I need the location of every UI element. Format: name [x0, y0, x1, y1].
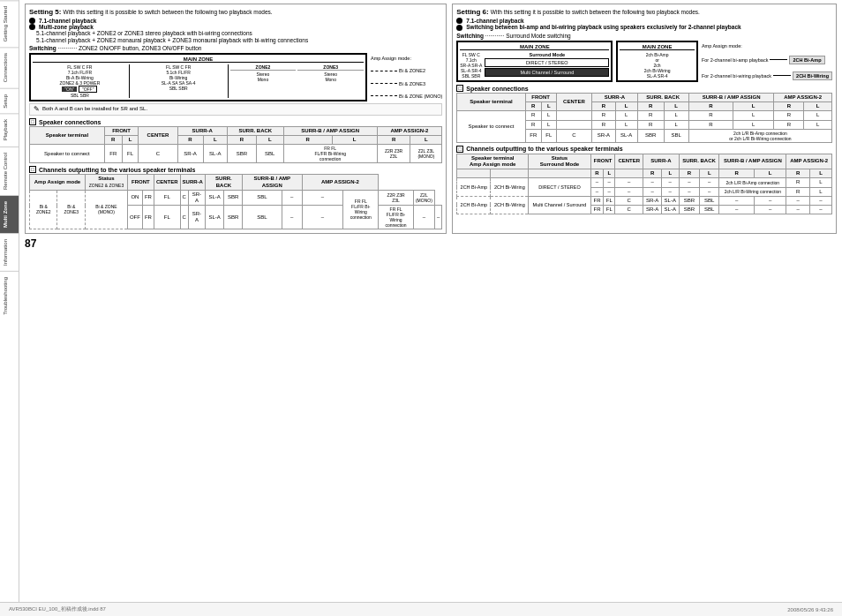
setting6-channels-title: Channels outputting to the various speak…: [466, 146, 622, 152]
sidebar-tab-information[interactable]: Information: [0, 233, 19, 271]
ch-header-row: Amp Assign mode StatusZONE2 & ZONE3 FRON…: [30, 175, 442, 190]
checkbox-icon-1: □: [29, 118, 36, 125]
s6-l-7: L: [615, 120, 637, 129]
setting5-modes: 7.1-channel playback Multi-zone playback…: [29, 18, 442, 43]
setting5-channels-table: Amp Assign mode StatusZONE2 & ZONE3 FRON…: [29, 174, 442, 229]
setting5-mode1: 7.1-channel playback: [29, 18, 442, 24]
zone2-mono: Mono: [230, 77, 297, 82]
amp-assign-labels: Amp Assign mode: Bi & ZONE2 Bi & ZONE3 B…: [371, 53, 442, 101]
s6c-d14: –: [700, 187, 719, 196]
bottom-right: 2008/05/26 9:43:26: [787, 607, 833, 612]
setting5-speaker-section: □ Speaker connections: [29, 118, 442, 125]
s6-l-8: L: [664, 120, 688, 129]
td-sbl-on: SBL: [242, 190, 282, 205]
page-number: 87: [25, 237, 837, 250]
s6-r-9: R: [688, 120, 733, 129]
for-2ch-biwiring-label: For 2-channel bi-wiring playback: [702, 73, 771, 79]
td-label: Speaker to connect: [30, 145, 105, 163]
ch-th-surrback: SURR. BACK: [205, 175, 242, 190]
s6c-d11: –: [643, 187, 662, 196]
s6c-front: FRONT: [590, 154, 615, 169]
s6-r-6: R: [525, 120, 541, 129]
ch-th-front: FRONT: [127, 175, 154, 190]
ch-th-surrb: SURR-B / AMP ASSIGN: [242, 175, 302, 190]
s6c-surra: SURR-A: [643, 154, 679, 169]
line2: [773, 75, 791, 76]
sidebar-tab-remote[interactable]: Remote Control: [0, 146, 19, 195]
td-z2l-on: Z2L(MONO): [413, 190, 434, 205]
line1: [770, 59, 787, 60]
sidebar-tab-troubleshooting[interactable]: Troubleshooting: [0, 271, 19, 320]
s6c-d12: –: [661, 187, 679, 196]
setting6-main-zone2: MAIN ZONE 2ch Bi-Amp or 2ch 2ch Bi-Wirin…: [616, 41, 698, 82]
s6c-biamp-conn: 2ch L/R Bi-Amp connection: [719, 178, 786, 187]
th-surr-a: SURR-A: [177, 127, 227, 136]
th-r5: R: [377, 136, 410, 145]
td-dash-off2: –: [302, 206, 343, 229]
setting6-modes: 7.1-channel playback Switching between b…: [456, 18, 832, 31]
for-2ch-biwiring: For 2-channel bi-wiring playback 2CH Bi-…: [702, 71, 832, 80]
s6-l-5: L: [804, 111, 832, 120]
setting6-description: With this setting it is possible to swit…: [491, 9, 700, 15]
bi-zone2-label: Bi & ZONE2: [371, 68, 442, 73]
td-sbr-on: SBR: [224, 190, 243, 205]
s6c-r2: R: [643, 169, 662, 178]
s6c-r4: R: [719, 169, 754, 178]
sidebar-tab-multizone[interactable]: Multi Zone: [0, 195, 19, 233]
main-zone-title: MAIN ZONE: [33, 56, 364, 63]
setting5-switching: Switching ············ ZONE2 ON/OFF butt…: [29, 45, 442, 51]
setting6-amp-title: Amp Assign mode:: [702, 43, 832, 49]
s6c-l4: L: [754, 169, 786, 178]
td-on: ON: [127, 190, 142, 205]
s6c-d7: –: [700, 178, 719, 187]
s6-th-terminal: Speaker terminal: [457, 94, 525, 111]
mode-2ch-biwiring: 2CH Bi-Wiring: [793, 71, 832, 80]
s6c-sra2: SR-A: [643, 196, 662, 205]
td-dash-off1: –: [282, 206, 302, 229]
setting6-diagram: MAIN ZONE FL SW C 7.1ch SR-A SR-ASL-A SR…: [456, 41, 832, 82]
s6c-sbl2: SBL: [700, 196, 719, 205]
s6-sla: SL-A: [615, 129, 637, 142]
s6-sbl: SBL: [664, 129, 688, 142]
sidebar-tab-getting-started[interactable]: Getting Started: [0, 0, 19, 47]
s6c-d8: –: [590, 187, 603, 196]
table-header-row: Speaker terminal FRONT CENTER SURR-A SUR…: [30, 127, 442, 136]
zone2-section: ZONE2 Stereo Mono: [230, 64, 297, 98]
th-surr-b: SURR-B / AMP ASSIGN: [283, 127, 377, 136]
s6c-d5: –: [661, 178, 679, 187]
setting6-main-zone: MAIN ZONE FL SW C 7.1ch SR-A SR-ASL-A SR…: [456, 41, 613, 82]
td-biwiring: FR FLFL/FR Bi-Wiringconnection: [283, 145, 377, 163]
setting6-switching: Switching ············ Surround Mode swi…: [456, 33, 832, 39]
setting5-description: With this setting it is possible to swit…: [64, 9, 273, 15]
s6c-dash6: –: [754, 205, 786, 214]
sidebar-tab-connections[interactable]: Connections: [0, 47, 19, 87]
setting6-mz2-title: MAIN ZONE: [620, 44, 695, 50]
setting5-diagram: MAIN ZONE FL SW C FR 7.1ch FL/FR Bi-A Bi…: [29, 53, 442, 101]
s6-r-4: R: [688, 111, 733, 120]
td-dash-off4: –: [434, 206, 441, 229]
for-2ch-biamp: For 2-channel bi-amp playback 2CH Bi-Amp: [702, 56, 832, 64]
s6-l3: L: [664, 102, 688, 111]
th-center: CENTER: [139, 127, 177, 145]
off-label: "OFF": [79, 86, 98, 93]
s6-l-2: L: [615, 111, 637, 120]
s6-header-row: Speaker terminal FRONT CENTER SURR-A SUR…: [457, 94, 832, 102]
setting6-main-zone-title: MAIN ZONE: [460, 44, 609, 50]
s6-biamp-connection: 2ch L/R Bi-Amp connectionor 2ch L/R Bi-W…: [688, 129, 831, 142]
s6c-header: Speaker terminalAmp Assign mode StatusSu…: [457, 154, 832, 169]
mode-2ch-biamp: 2CH Bi-Amp: [789, 56, 824, 64]
setting6-speaker-table: Speaker terminal FRONT CENTER SURR-A SUR…: [456, 93, 832, 143]
s6c-l3: L: [700, 169, 719, 178]
td-bi-mono: Bi & ZONE (MONO): [85, 190, 127, 229]
td-dash-off3: –: [413, 206, 434, 229]
table-row: 2CH Bi-Amp 2CH Bi-Wiring Multi Channel /…: [457, 196, 832, 205]
sidebar-tab-setup[interactable]: Setup: [0, 88, 19, 114]
s6c-dash8: –: [810, 205, 832, 214]
s6-l-10: L: [804, 120, 832, 129]
s6c-r5: R: [786, 169, 810, 178]
s6c-dash4: –: [810, 196, 832, 205]
sidebar-tab-playback[interactable]: Playback: [0, 113, 19, 146]
s6c-dash7: –: [786, 205, 810, 214]
s6c-d10: –: [615, 187, 643, 196]
speaker-connections-title: Speaker connections: [39, 119, 101, 125]
